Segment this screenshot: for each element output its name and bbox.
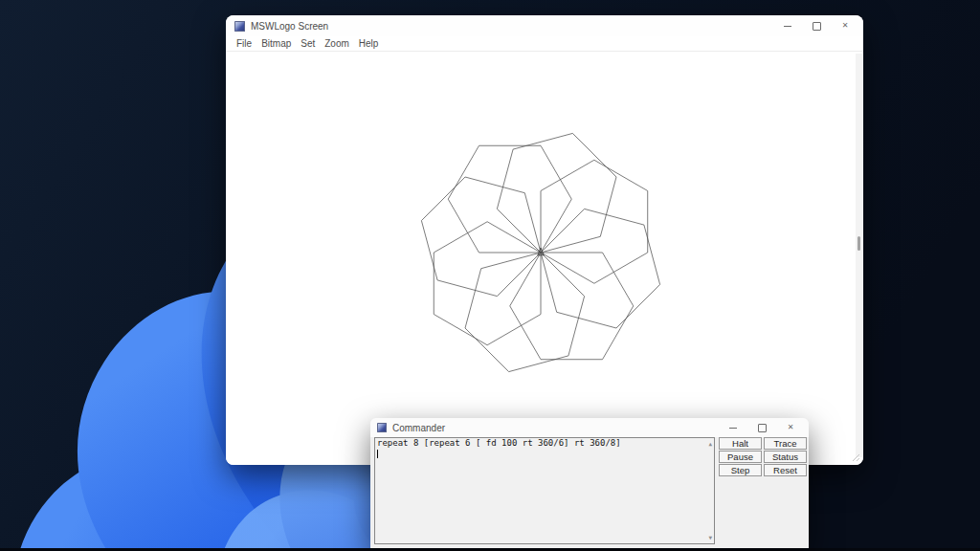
commander-icon	[377, 423, 387, 432]
menu-bitmap[interactable]: Bitmap	[256, 38, 296, 49]
menubar: File Bitmap Set Zoom Help	[226, 36, 863, 52]
commander-window: Commander ✕ repeat 8 [repeat 6 [ fd 100 …	[370, 418, 809, 548]
pause-button[interactable]: Pause	[719, 451, 762, 463]
scroll-up-icon[interactable]: ▲	[708, 441, 712, 447]
trace-button[interactable]: Trace	[764, 437, 807, 450]
turtle-drawing	[226, 52, 863, 465]
desktop: MSWLogo Screen ✕ File Bitmap Set Zoom He…	[0, 0, 980, 551]
commander-window-title: Commander	[392, 423, 445, 433]
canvas-scrollbar[interactable]	[856, 54, 862, 457]
drawing-canvas[interactable]	[226, 52, 863, 465]
mswlogo-icon	[234, 21, 245, 32]
minimize-icon	[784, 26, 791, 27]
mswlogo-titlebar[interactable]: MSWLogo Screen ✕	[226, 15, 863, 36]
close-button[interactable]: ✕	[831, 15, 859, 36]
minimize-icon	[729, 428, 737, 429]
resize-grip-icon[interactable]	[852, 453, 860, 462]
maximize-button[interactable]	[802, 15, 831, 36]
halt-button[interactable]: Halt	[719, 437, 762, 450]
window-controls: ✕	[773, 15, 859, 36]
menu-set[interactable]: Set	[296, 38, 320, 49]
commander-minimize-button[interactable]	[719, 418, 747, 437]
text-caret	[377, 450, 378, 458]
minimize-button[interactable]	[773, 15, 802, 36]
commander-titlebar[interactable]: Commander ✕	[370, 418, 809, 437]
close-icon: ✕	[788, 424, 794, 431]
menu-zoom[interactable]: Zoom	[320, 38, 354, 49]
commander-window-controls: ✕	[719, 418, 805, 437]
close-icon: ✕	[842, 22, 849, 30]
menu-file[interactable]: File	[232, 38, 256, 49]
commander-close-button[interactable]: ✕	[776, 418, 805, 437]
step-button[interactable]: Step	[719, 464, 762, 476]
commander-buttons: Halt Trace Pause Status Step Reset	[719, 437, 807, 476]
command-history[interactable]: repeat 8 [repeat 6 [ fd 100 rt 360/6] rt…	[374, 437, 715, 544]
command-history-line: repeat 8 [repeat 6 [ fd 100 rt 360/6] rt…	[375, 438, 714, 449]
mswlogo-window-title: MSWLogo Screen	[251, 21, 328, 32]
status-button[interactable]: Status	[764, 451, 807, 463]
commander-maximize-button[interactable]	[747, 418, 776, 437]
mswlogo-screen-window: MSWLogo Screen ✕ File Bitmap Set Zoom He…	[226, 15, 863, 465]
menu-help[interactable]: Help	[354, 38, 384, 49]
maximize-icon	[758, 424, 767, 432]
maximize-icon	[813, 22, 821, 31]
reset-button[interactable]: Reset	[764, 464, 807, 476]
command-input-line[interactable]	[375, 449, 714, 461]
scroll-down-icon[interactable]: ▼	[708, 535, 712, 540]
canvas-scrollbar-thumb[interactable]	[858, 236, 860, 251]
